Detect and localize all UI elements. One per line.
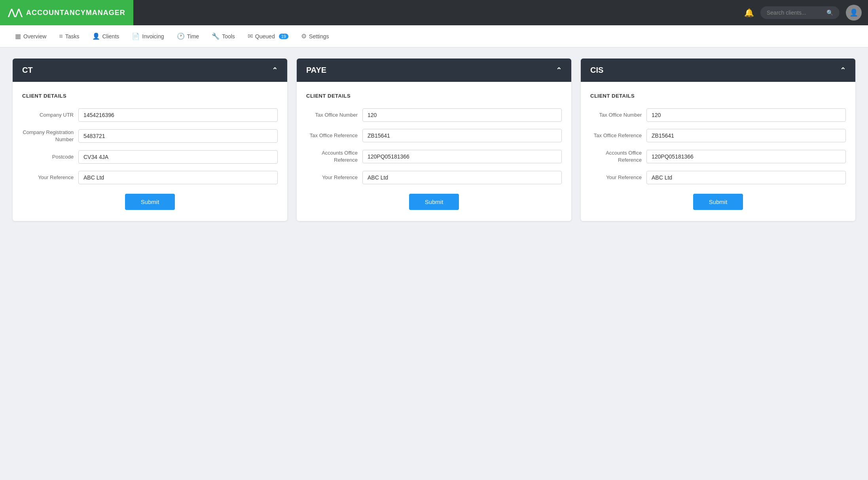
paye-tax-office-num-label: Tax Office Number (306, 111, 358, 119)
ct-collapse-icon[interactable]: ⌃ (272, 66, 278, 75)
cis-panel-body: CLIENT DETAILS Tax Office Number Tax Off… (581, 82, 855, 221)
queued-badge: 19 (279, 34, 288, 39)
top-navigation: ⋀⋀ ACCOUNTANCYMANAGER 🔔 🔍 👤 (0, 0, 868, 25)
ct-postcode-label: Postcode (22, 153, 74, 161)
ct-your-ref-input[interactable] (78, 171, 278, 184)
paye-panel: PAYE ⌃ CLIENT DETAILS Tax Office Number … (297, 59, 571, 221)
nav-item-invoicing[interactable]: 📄 Invoicing (126, 29, 169, 43)
paye-submit-button[interactable]: Submit (409, 194, 459, 210)
nav-label-clients: Clients (102, 33, 119, 40)
nav-label-overview: Overview (23, 33, 46, 40)
nav-label-time: Time (187, 33, 199, 40)
ct-panel: CT ⌃ CLIENT DETAILS Company UTR Company … (13, 59, 287, 221)
cis-tax-office-ref-label: Tax Office Reference (590, 132, 642, 139)
invoicing-icon: 📄 (132, 32, 140, 40)
paye-section-title: CLIENT DETAILS (306, 93, 562, 99)
search-icon: 🔍 (826, 9, 833, 16)
ct-postcode-input[interactable] (78, 150, 278, 164)
cis-section-title: CLIENT DETAILS (590, 93, 846, 99)
nav-item-overview[interactable]: ▦ Overview (9, 29, 52, 43)
cis-tax-office-num-input[interactable] (646, 108, 846, 122)
cis-tax-office-num-label: Tax Office Number (590, 111, 642, 119)
nav-item-clients[interactable]: 👤 Clients (87, 29, 125, 43)
nav-item-tasks[interactable]: ≡ Tasks (53, 30, 85, 43)
ct-company-utr-row: Company UTR (22, 108, 278, 122)
cis-your-ref-row: Your Reference (590, 171, 846, 184)
ct-company-utr-input[interactable] (78, 108, 278, 122)
ct-postcode-row: Postcode (22, 150, 278, 164)
main-content: CT ⌃ CLIENT DETAILS Company UTR Company … (0, 47, 868, 232)
queued-icon: ✉ (248, 32, 253, 40)
paye-panel-title: PAYE (306, 66, 326, 75)
paye-accounts-office-ref-input[interactable] (362, 150, 562, 163)
nav-label-invoicing: Invoicing (142, 33, 164, 40)
nav-label-tasks: Tasks (65, 33, 80, 40)
ct-your-ref-row: Your Reference (22, 171, 278, 184)
search-input[interactable] (767, 9, 823, 16)
ct-submit-row: Submit (22, 194, 278, 210)
nav-item-settings[interactable]: ⚙ Settings (296, 29, 335, 43)
ct-submit-button[interactable]: Submit (125, 194, 175, 210)
paye-tax-office-ref-input[interactable] (362, 129, 562, 142)
nav-item-time[interactable]: 🕐 Time (171, 29, 205, 43)
cis-tax-office-ref-input[interactable] (646, 129, 846, 142)
nav-label-settings: Settings (309, 33, 329, 40)
tasks-icon: ≡ (59, 33, 63, 40)
paye-collapse-icon[interactable]: ⌃ (556, 66, 562, 75)
cis-tax-office-num-row: Tax Office Number (590, 108, 846, 122)
search-box: 🔍 (760, 6, 840, 19)
paye-tax-office-ref-row: Tax Office Reference (306, 129, 562, 142)
logo-area: ⋀⋀ ACCOUNTANCYMANAGER (0, 0, 133, 25)
ct-panel-header: CT ⌃ (13, 59, 287, 82)
logo-icon: ⋀⋀ (8, 8, 22, 18)
cis-your-ref-input[interactable] (646, 171, 846, 184)
settings-icon: ⚙ (301, 32, 307, 40)
cis-submit-button[interactable]: Submit (693, 194, 743, 210)
cis-accounts-office-ref-input[interactable] (646, 150, 846, 163)
overview-icon: ▦ (15, 32, 21, 40)
ct-company-utr-label: Company UTR (22, 111, 74, 119)
paye-accounts-office-ref-row: Accounts Office Reference (306, 149, 562, 164)
paye-your-ref-input[interactable] (362, 171, 562, 184)
cis-panel-title: CIS (590, 66, 603, 75)
cis-tax-office-ref-row: Tax Office Reference (590, 129, 846, 142)
tools-icon: 🔧 (212, 32, 220, 40)
paye-accounts-office-ref-label: Accounts Office Reference (306, 149, 358, 164)
cis-panel: CIS ⌃ CLIENT DETAILS Tax Office Number T… (581, 59, 855, 221)
paye-panel-header: PAYE ⌃ (297, 59, 571, 82)
avatar[interactable]: 👤 (846, 5, 862, 21)
top-nav-right: 🔔 🔍 👤 (744, 5, 862, 21)
paye-your-ref-label: Your Reference (306, 174, 358, 181)
cis-submit-row: Submit (590, 194, 846, 210)
ct-company-reg-label: Company Registration Number (22, 129, 74, 143)
cis-your-ref-label: Your Reference (590, 174, 642, 181)
ct-company-reg-input[interactable] (78, 129, 278, 143)
paye-tax-office-ref-label: Tax Office Reference (306, 132, 358, 139)
paye-submit-row: Submit (306, 194, 562, 210)
nav-label-queued: Queued (255, 33, 275, 40)
paye-tax-office-num-input[interactable] (362, 108, 562, 122)
cis-panel-header: CIS ⌃ (581, 59, 855, 82)
cis-accounts-office-ref-label: Accounts Office Reference (590, 149, 642, 164)
logo-text: ACCOUNTANCYMANAGER (26, 9, 125, 17)
time-icon: 🕐 (177, 32, 185, 40)
paye-tax-office-num-row: Tax Office Number (306, 108, 562, 122)
clients-icon: 👤 (92, 32, 100, 40)
ct-panel-title: CT (22, 66, 33, 75)
cis-collapse-icon[interactable]: ⌃ (840, 66, 846, 75)
nav-label-tools: Tools (222, 33, 235, 40)
paye-panel-body: CLIENT DETAILS Tax Office Number Tax Off… (297, 82, 571, 221)
secondary-navigation: ▦ Overview ≡ Tasks 👤 Clients 📄 Invoicing… (0, 25, 868, 47)
bell-icon[interactable]: 🔔 (744, 8, 754, 17)
ct-panel-body: CLIENT DETAILS Company UTR Company Regis… (13, 82, 287, 221)
ct-your-ref-label: Your Reference (22, 174, 74, 181)
paye-your-ref-row: Your Reference (306, 171, 562, 184)
cis-accounts-office-ref-row: Accounts Office Reference (590, 149, 846, 164)
nav-item-queued[interactable]: ✉ Queued 19 (242, 29, 294, 43)
ct-section-title: CLIENT DETAILS (22, 93, 278, 99)
nav-item-tools[interactable]: 🔧 Tools (206, 29, 241, 43)
ct-company-reg-row: Company Registration Number (22, 129, 278, 143)
